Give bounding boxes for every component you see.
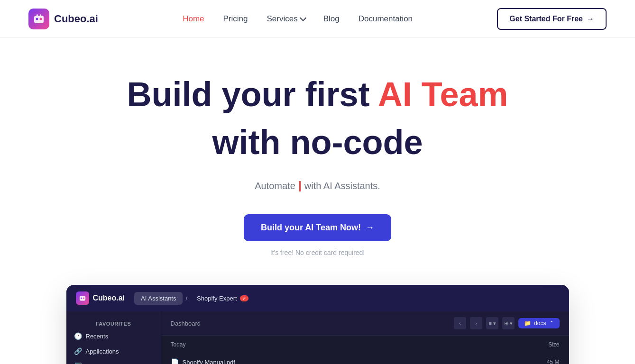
- nav-cta-arrow-icon: →: [587, 15, 594, 23]
- docs-badge: 📁 docs ⌃: [518, 318, 559, 328]
- logo-icon: [28, 9, 49, 29]
- logo-text: Cubeo.ai: [54, 13, 98, 25]
- nav-pricing[interactable]: Pricing: [223, 14, 248, 24]
- screenshot-tab-ai-assistants[interactable]: AI Assistants: [134, 292, 183, 305]
- screenshot-controls: ‹ › ≡ ▾ ⊞ ▾ 📁 docs ⌃: [454, 317, 559, 329]
- screenshot-sidebar-desktop[interactable]: 🖥️ Desktop: [66, 359, 161, 364]
- nav-links: Home Pricing Services Blog Documentation: [183, 14, 413, 24]
- screenshot-tab-shopify[interactable]: Shopify Expert ✓: [190, 292, 255, 305]
- screenshot-tab-badge: ✓: [240, 295, 248, 301]
- applications-icon: 🔗: [74, 347, 82, 355]
- svg-point-7: [81, 298, 82, 299]
- screenshot-tabs: AI Assistants / Shopify Expert ✓: [134, 292, 255, 305]
- screenshot-logo-text: Cubeo.ai: [93, 294, 125, 302]
- size-label: Size: [548, 341, 559, 348]
- svg-point-2: [40, 18, 42, 20]
- file-name: 📄 Shopify Manual.pdf: [171, 358, 235, 364]
- docs-folder-icon: 📁: [524, 320, 531, 327]
- nav-cta-button[interactable]: Get Started For Free →: [497, 8, 607, 30]
- view-grid-button[interactable]: ⊞ ▾: [502, 317, 515, 329]
- date-label: Today: [171, 341, 186, 348]
- file-header: Today Size: [171, 341, 560, 352]
- screenshot-main-header: Dashboard ‹ › ≡ ▾ ⊞ ▾ 📁 docs ⌃: [161, 311, 569, 336]
- hero-subtitle: with no-code: [212, 123, 423, 162]
- screenshot-sidebar: Favourites 🕐 Recents 🔗 Applications 🖥️ D…: [66, 311, 161, 364]
- screenshot-logo-icon: [76, 291, 89, 305]
- nav-home[interactable]: Home: [183, 14, 204, 24]
- file-size: 45 M: [547, 359, 560, 364]
- nav-documentation[interactable]: Documentation: [359, 14, 413, 24]
- file-name-text: Shopify Manual.pdf: [183, 359, 235, 364]
- hero-tagline-before: Automate: [255, 181, 295, 191]
- hero-cta-button[interactable]: Build your AI Team Now! →: [244, 214, 391, 241]
- screenshot-header: Cubeo.ai AI Assistants / Shopify Expert …: [66, 285, 569, 311]
- docs-badge-label: docs: [534, 320, 546, 327]
- view-list-button[interactable]: ≡ ▾: [486, 317, 498, 329]
- sidebar-applications-label: Applications: [86, 348, 119, 355]
- cursor-icon: [299, 181, 301, 191]
- screenshot-sidebar-section: Favourites: [66, 319, 161, 328]
- screenshot-main: Dashboard ‹ › ≡ ▾ ⊞ ▾ 📁 docs ⌃: [161, 311, 569, 364]
- sidebar-recents-label: Recents: [86, 333, 109, 340]
- hero-cta-arrow-icon: →: [366, 223, 374, 233]
- hero-title-highlight: AI Team: [378, 75, 508, 113]
- svg-point-1: [36, 18, 38, 20]
- svg-rect-5: [40, 14, 41, 16]
- screenshot-sidebar-recents[interactable]: 🕐 Recents: [66, 328, 161, 344]
- hero-tagline-after: with AI Assistants.: [304, 181, 380, 191]
- pdf-icon: 📄: [171, 358, 179, 364]
- hero-title: Build your first AI Team: [127, 76, 508, 113]
- navbar: Cubeo.ai Home Pricing Services Blog Docu…: [0, 0, 635, 38]
- svg-rect-4: [37, 14, 38, 16]
- hero-tagline: Automate with AI Assistants.: [255, 181, 380, 191]
- nav-blog[interactable]: Blog: [323, 14, 340, 24]
- recents-icon: 🕐: [74, 332, 82, 340]
- logo-link[interactable]: Cubeo.ai: [28, 9, 98, 29]
- hero-title-part1: Build your first: [127, 75, 369, 113]
- docs-badge-arrow-icon: ⌃: [549, 320, 554, 327]
- svg-rect-6: [79, 296, 85, 301]
- screenshot-logo: Cubeo.ai: [76, 291, 125, 305]
- nav-back-button[interactable]: ‹: [454, 317, 466, 329]
- nav-cta-label: Get Started For Free: [509, 15, 583, 23]
- screenshot-file-row[interactable]: 📄 Shopify Manual.pdf 45 M: [171, 355, 560, 364]
- svg-rect-3: [37, 22, 40, 23]
- screenshot-file-area: Today Size 📄 Shopify Manual.pdf 45 M: [161, 336, 569, 364]
- nav-services[interactable]: Services: [267, 14, 304, 24]
- hero-cta-label: Build your AI Team Now!: [261, 223, 361, 233]
- hero-free-note: It's free! No credit card required!: [270, 249, 365, 256]
- nav-forward-button[interactable]: ›: [470, 317, 482, 329]
- screenshot-dashboard-label: Dashboard: [171, 320, 201, 327]
- screenshot-preview: Cubeo.ai AI Assistants / Shopify Expert …: [66, 285, 569, 364]
- services-chevron-icon: [300, 14, 306, 21]
- screenshot-body: Favourites 🕐 Recents 🔗 Applications 🖥️ D…: [66, 311, 569, 364]
- hero-section: Build your first AI Team with no-code Au…: [0, 38, 635, 364]
- svg-point-8: [83, 298, 84, 299]
- screenshot-tab-divider: /: [185, 295, 187, 302]
- screenshot-sidebar-applications[interactable]: 🔗 Applications: [66, 344, 161, 359]
